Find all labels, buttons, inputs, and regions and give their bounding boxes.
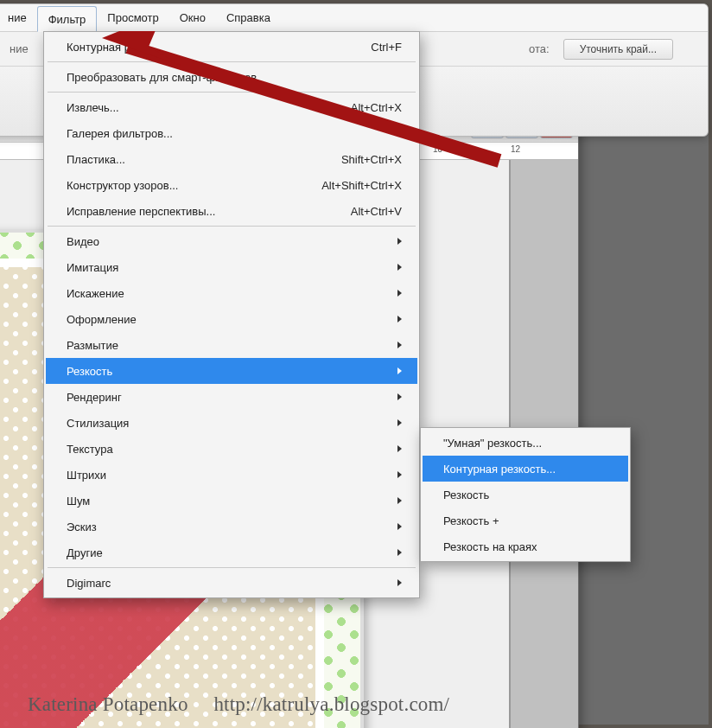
menu-view[interactable]: Просмотр [97,4,168,31]
dd-label: Штрихи [67,469,106,482]
dd-brush-strokes[interactable]: Штрихи [46,462,417,488]
dd-shortcut: Ctrl+F [371,41,402,54]
dd-convert-smart[interactable]: Преобразовать для смарт-фильтров [46,64,417,90]
dd-label: Имитация [67,261,118,274]
dd-texture[interactable]: Текстура [46,436,417,462]
menu-separator [48,61,416,62]
dd-other[interactable]: Другие [46,540,417,565]
submenu-arrow-icon [397,445,402,452]
submenu-arrow-icon [397,238,402,245]
dd-video[interactable]: Видео [46,228,417,254]
dd-label: Текстура [67,443,113,456]
dd-label: Галерея фильтров... [67,127,173,140]
dd-label: Искажение [67,287,124,300]
watermark-author: Katerina Potapenko [28,693,188,715]
dd-extract[interactable]: Извлечь... Alt+Ctrl+X [46,94,417,120]
sm-sharpen[interactable]: Резкость [423,482,628,508]
dd-label: Оформление [67,313,137,326]
ruler-mark: 12 [511,144,520,154]
dd-pixelate[interactable]: Оформление [46,306,417,332]
optbar-height-label: ота: [529,42,550,55]
menubar: ние Фильтр Просмотр Окно Справка [0,4,708,32]
menu-separator [48,567,416,568]
watermark-url: http://katrulya.blogspot.com/ [213,693,449,715]
dd-shortcut: Alt+Ctrl+V [351,205,402,218]
dd-filter-gallery[interactable]: Галерея фильтров... [46,120,417,146]
submenu-arrow-icon [397,290,402,297]
dd-render[interactable]: Рендеринг [46,384,417,410]
menu-separator [48,92,416,93]
submenu-arrow-icon [397,579,402,586]
menu-window[interactable]: Окно [169,4,216,31]
dd-label: Контурная ре [67,41,137,54]
menu-help[interactable]: Справка [216,4,281,31]
sm-smart-sharpen[interactable]: "Умная" резкость... [423,430,628,456]
dd-noise[interactable]: Шум [46,488,417,514]
dd-label: Конструктор узоров... [67,179,178,192]
submenu-arrow-icon [397,264,402,271]
refine-edge-button[interactable]: Уточнить край... [563,39,673,60]
submenu-arrow-icon [397,419,402,426]
dd-label: Пластика... [67,153,125,166]
dd-label: Исправление перспективы... [67,205,215,218]
dd-distort[interactable]: Искажение [46,280,417,306]
submenu-arrow-icon [397,342,402,348]
dd-sketch[interactable]: Эскиз [46,514,417,540]
submenu-arrow-icon [397,471,402,478]
submenu-arrow-icon [397,497,402,504]
menu-edit[interactable]: ние [0,4,37,31]
submenu-arrow-icon [397,549,402,556]
dd-label: Видео [67,235,99,248]
sharpen-submenu: "Умная" резкость... Контурная резкость..… [420,427,631,562]
dd-blur[interactable]: Размытие [46,332,417,358]
dd-liquify[interactable]: Пластика... Shift+Ctrl+X [46,146,417,172]
dd-last-filter[interactable]: Контурная ре Ctrl+F [46,34,417,60]
dd-shortcut: Alt+Ctrl+X [351,101,402,114]
dd-shortcut: Alt+Shift+Ctrl+X [321,179,402,192]
sm-sharpen-more[interactable]: Резкость + [423,508,628,533]
menu-filter[interactable]: Фильтр [37,6,98,32]
dd-artistic[interactable]: Имитация [46,254,417,280]
dd-label: Эскиз [67,520,97,533]
dd-label: Стилизация [67,417,129,430]
sm-sharpen-edges[interactable]: Резкость на краях [423,533,628,559]
dd-label: Другие [67,546,103,559]
dd-stylize[interactable]: Стилизация [46,410,417,436]
watermark: Katerina Potapenko http://katrulya.blogs… [28,693,449,716]
dd-sharpen[interactable]: Резкость [46,358,417,384]
dd-pattern-maker[interactable]: Конструктор узоров... Alt+Shift+Ctrl+X [46,172,417,198]
dd-digimarc[interactable]: Digimarc [46,570,417,596]
filter-dropdown: Контурная ре Ctrl+F Преобразовать для см… [43,31,420,598]
dd-shortcut: Shift+Ctrl+X [341,153,402,166]
submenu-arrow-icon [397,316,402,322]
dd-label: Шум [67,495,90,508]
sm-unsharp-mask[interactable]: Контурная резкость... [423,456,628,482]
submenu-arrow-icon [397,367,402,374]
submenu-arrow-icon [397,393,402,400]
ruler-mark: 10 [433,144,442,154]
dd-label: Преобразовать для смарт-фильтров [67,71,257,84]
menu-separator [48,226,416,227]
dd-label: Digimarc [67,577,111,590]
submenu-arrow-icon [397,523,402,530]
dd-label: Извлечь... [67,101,119,114]
dd-vanishing-point[interactable]: Исправление перспективы... Alt+Ctrl+V [46,198,417,224]
dd-label: Резкость [67,365,112,378]
dd-label: Рендеринг [67,391,122,404]
dd-label: Размытие [67,339,118,352]
optbar-left-label: ние [10,42,29,55]
